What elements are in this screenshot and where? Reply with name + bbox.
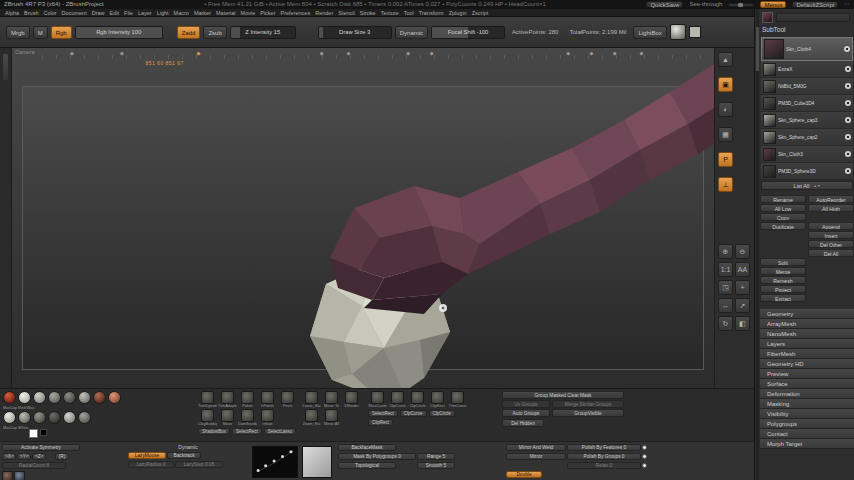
merge-similar-groups-button[interactable]: Merge Similar Groups: [552, 400, 624, 408]
timeline-ruler[interactable]: ◆◆◆◆◆◆◆◆◆◆◆: [42, 51, 708, 59]
rename-button[interactable]: Rename: [760, 195, 806, 203]
keyframe-icon[interactable]: ◆: [406, 50, 410, 56]
all-low-button[interactable]: All Low: [760, 204, 806, 212]
subtool-section-header[interactable]: SubTool: [762, 26, 786, 33]
keyframe-icon[interactable]: ◆: [320, 50, 324, 56]
topological-button[interactable]: Topological: [338, 462, 396, 469]
menu-picker[interactable]: Picker: [260, 10, 275, 16]
section-contact[interactable]: Contact: [760, 429, 854, 439]
tool-quickpick-strip[interactable]: [776, 13, 850, 22]
cliprect-button[interactable]: ClipRect: [368, 419, 393, 426]
material-preview-sphere[interactable]: [670, 24, 686, 40]
rgb-intensity-slider[interactable]: Rgb Intensity 100: [75, 26, 163, 39]
subtool-item[interactable]: PM3D_Sphere3D: [761, 163, 853, 180]
split-button[interactable]: Split: [760, 258, 806, 266]
symmetry-radial-button[interactable]: (R): [55, 453, 69, 460]
mrgb-button[interactable]: Mrgb: [6, 26, 30, 39]
quicksave-button[interactable]: QuickSave: [646, 1, 683, 8]
uv-groups-button[interactable]: Uv Groups: [502, 400, 550, 408]
material-swatch[interactable]: [18, 391, 31, 404]
subtool-item[interactable]: Skn_Sphere_cap3: [761, 112, 853, 129]
scroll-canvas-button[interactable]: +: [735, 280, 750, 295]
material-swatch[interactable]: [48, 411, 61, 424]
mask-by-polygroups-slider[interactable]: Mask By Polygroups 0: [338, 453, 416, 460]
subtool-item[interactable]: ExtraX: [761, 61, 853, 78]
scrollbar-thumb[interactable]: [756, 27, 759, 71]
visibility-eye-icon[interactable]: [845, 66, 851, 72]
transparency-button[interactable]: ◐: [718, 102, 733, 117]
material-swatch[interactable]: [108, 391, 121, 404]
keyframe-icon[interactable]: ◆: [590, 50, 594, 56]
menu-file[interactable]: File: [124, 10, 133, 16]
double-button[interactable]: Double: [506, 471, 542, 478]
lowpoly-arm-mesh[interactable]: [330, 64, 714, 314]
alpha-preview-box[interactable]: [302, 446, 332, 478]
menu-render[interactable]: Render: [315, 10, 333, 16]
lazymouse-button[interactable]: LazyMouse: [128, 452, 166, 459]
material-swatch[interactable]: [48, 391, 61, 404]
m-button[interactable]: M: [33, 26, 48, 39]
list-all-button[interactable]: List All ▲▼: [761, 181, 853, 190]
polish-by-features-slider[interactable]: Polish By Features 0: [567, 444, 641, 451]
section-deformation[interactable]: Deformation: [760, 389, 854, 399]
menu-edit[interactable]: Edit: [110, 10, 119, 16]
menu-transform[interactable]: Transform: [419, 10, 444, 16]
visibility-eye-icon[interactable]: [845, 168, 851, 174]
brush-inflate-button[interactable]: Inflate: [258, 409, 277, 426]
mirror-and-weld-button[interactable]: Mirror And Weld: [506, 444, 566, 451]
copy-button[interactable]: Copy: [760, 213, 806, 221]
material-swatch[interactable]: [33, 391, 46, 404]
see-through-slider[interactable]: [728, 3, 754, 7]
selectlasso-button[interactable]: SelectLasso: [264, 428, 297, 435]
keyframe-icon[interactable]: ◆: [430, 50, 434, 56]
shadowbox-button[interactable]: ShadowBox: [198, 428, 230, 435]
material-swatch[interactable]: [3, 411, 16, 424]
visibility-eye-icon[interactable]: [844, 46, 850, 52]
current-tool-icon[interactable]: [762, 12, 773, 23]
section-polygroups[interactable]: Polygroups: [760, 419, 854, 429]
brush-trimadaptive-button[interactable]: TrimAdaptive: [218, 391, 237, 408]
keyframe-icon[interactable]: ◆: [120, 50, 124, 56]
selectrect-button[interactable]: SelectRect: [232, 428, 262, 435]
del-other-button[interactable]: Del Other: [808, 240, 854, 248]
polish-by-groups-slider[interactable]: Polish By Groups 0: [567, 453, 641, 460]
scroll-up-icon[interactable]: ▲: [718, 52, 733, 67]
stroke-dots-preview[interactable]: [252, 446, 298, 478]
keyframe-icon[interactable]: ◆: [70, 50, 74, 56]
clpcircle-button[interactable]: ClpCircle: [429, 410, 455, 417]
material-swatch[interactable]: [33, 411, 46, 424]
subtool-item[interactable]: Skn_Cloth3: [761, 146, 853, 163]
section-geometry[interactable]: Geometry: [760, 309, 854, 319]
remesh-button[interactable]: Remesh: [760, 276, 806, 284]
menus-toggle-button[interactable]: Menus: [760, 1, 786, 8]
brush-polish-button[interactable]: Polish: [238, 391, 257, 408]
material-swatch[interactable]: [93, 391, 106, 404]
scale-canvas-button[interactable]: ↗: [735, 298, 750, 313]
brush-damstandard-button[interactable]: DamStandard: [238, 409, 257, 426]
brush-claybuildup-button[interactable]: ClayBuildup: [198, 409, 217, 426]
material-swatch[interactable]: [78, 391, 91, 404]
menu-movie[interactable]: Movie: [241, 10, 256, 16]
group-visible-button[interactable]: GroupVisible: [552, 409, 624, 417]
aa-half-button[interactable]: AA: [735, 262, 750, 277]
visibility-eye-icon[interactable]: [845, 117, 851, 123]
texture-preview-swatch[interactable]: [689, 26, 701, 38]
relax-slider[interactable]: Relax 0: [567, 462, 641, 469]
z-intensity-slider[interactable]: Z Intensity 15: [230, 26, 296, 39]
menu-texture[interactable]: Texture: [381, 10, 399, 16]
menu-macro[interactable]: Macro: [174, 10, 189, 16]
stroke-preview-chip[interactable]: [2, 471, 13, 480]
default-zscript-button[interactable]: DefaultZScript: [792, 1, 838, 8]
menu-material[interactable]: Material: [216, 10, 236, 16]
menu-brush[interactable]: Brush: [24, 10, 38, 16]
backtrack-button[interactable]: Backtrack: [167, 452, 201, 459]
menu-zplugin[interactable]: Zplugin: [449, 10, 467, 16]
auto-groups-button[interactable]: Auto Groups: [502, 409, 550, 417]
brush-zoom-stu-button[interactable]: Zoom_Stu: [302, 409, 321, 426]
del-all-button[interactable]: Del All: [808, 249, 854, 257]
slider-thumb[interactable]: [738, 3, 743, 7]
all-high-button[interactable]: All High: [808, 204, 854, 212]
insert-button[interactable]: Insert: [808, 231, 854, 239]
duplicate-button[interactable]: Duplicate: [760, 222, 806, 230]
zoom-out-button[interactable]: ⊖: [735, 244, 750, 259]
